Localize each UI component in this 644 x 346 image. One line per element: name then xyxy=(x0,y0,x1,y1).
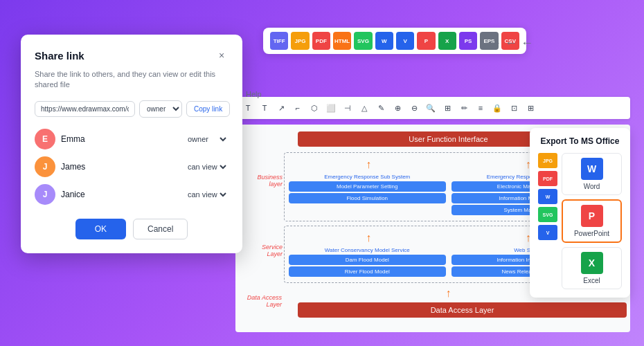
user-info: J James xyxy=(35,156,85,177)
arrow-up-3: ↑ xyxy=(366,232,371,244)
toolbar-icon-11[interactable]: ⊖ xyxy=(407,101,421,115)
user-list: E Emma owner can edit can view J James o… xyxy=(35,129,229,205)
small-visio[interactable]: V xyxy=(538,225,557,240)
format-jpg[interactable]: JPG xyxy=(291,32,309,50)
word-label: Word xyxy=(584,183,600,190)
dialog-actions: OK Cancel xyxy=(35,219,229,239)
user-name: Emma xyxy=(61,134,85,144)
small-word[interactable]: W xyxy=(538,189,557,204)
format-ppt[interactable]: P xyxy=(417,32,435,50)
dialog-title: Share link xyxy=(35,50,84,62)
role-select[interactable]: owner can edit can view xyxy=(185,134,229,144)
export-word[interactable]: W Word xyxy=(562,153,622,195)
subsystem-left: Emergency Response Sub System Model Para… xyxy=(289,174,446,217)
user-info: J Janice xyxy=(35,184,85,205)
toolbar-icon-5[interactable]: ⬡ xyxy=(307,101,321,115)
toolbar-icon-8[interactable]: △ xyxy=(357,101,371,115)
toolbar-icon-7[interactable]: ⊣ xyxy=(341,101,355,115)
link-input[interactable] xyxy=(35,101,135,117)
flood-sim-box: Flood Simulation xyxy=(289,193,446,203)
dam-flood-box: Dam Flood Model xyxy=(289,255,446,265)
share-link-dialog: Share link × Share the link to others, a… xyxy=(21,35,242,253)
toolbar-icon-2[interactable]: T xyxy=(258,101,271,115)
cancel-button[interactable]: Cancel xyxy=(133,219,188,239)
water-service: Water Conservancy Model Service Dam Floo… xyxy=(289,247,446,278)
user-row: J James owner can edit can view xyxy=(35,156,229,177)
toolbar-icon-4[interactable]: ⌐ xyxy=(291,101,305,115)
user-row: E Emma owner can edit can view xyxy=(35,129,229,149)
dialog-header: Share link × xyxy=(35,48,229,62)
role-select[interactable]: owner can edit can view xyxy=(185,162,229,172)
avatar: E xyxy=(35,129,55,149)
arrow-indicator: ← ← ← xyxy=(489,36,533,51)
avatar: J xyxy=(35,156,55,177)
toolbar-icon-3[interactable]: ↗ xyxy=(274,101,288,115)
excel-label: Excel xyxy=(583,277,600,284)
toolbar-icon-9[interactable]: ✎ xyxy=(374,101,388,115)
toolbar-icon-13[interactable]: ⊞ xyxy=(440,101,454,115)
user-name: James xyxy=(61,162,85,172)
format-word[interactable]: W xyxy=(375,32,393,50)
format-html[interactable]: HTML xyxy=(333,32,351,50)
arrow-up-5: ↑ xyxy=(446,287,451,300)
word-icon: W xyxy=(581,158,603,180)
ok-button[interactable]: OK xyxy=(75,219,126,239)
small-jpg[interactable]: JPG xyxy=(538,153,557,168)
toolbar-icon-15[interactable]: ≡ xyxy=(474,101,488,115)
close-button[interactable]: × xyxy=(215,48,229,62)
small-format-icons: JPG PDF W SVG V xyxy=(538,153,557,289)
user-row: J Janice owner can edit can view xyxy=(35,184,229,205)
data-access-layer-label: Data Access Layer xyxy=(244,294,282,308)
format-excel[interactable]: X xyxy=(438,32,456,50)
export-content: JPG PDF W SVG V W Word P PowerPoint X Ex… xyxy=(538,153,622,289)
export-powerpoint[interactable]: P PowerPoint xyxy=(562,199,622,243)
toolbar-icon-17[interactable]: ⊡ xyxy=(507,101,521,115)
ppt-label: PowerPoint xyxy=(574,230,609,237)
arrow-up-1: ↑ xyxy=(366,158,371,171)
toolbar-text-icon[interactable]: T xyxy=(241,101,255,115)
format-pdf[interactable]: PDF xyxy=(312,32,330,50)
format-visio[interactable]: V xyxy=(396,32,414,50)
help-label: Help xyxy=(246,90,262,98)
excel-icon: X xyxy=(581,252,603,274)
export-panel: Export To MS Office JPG PDF W SVG V W Wo… xyxy=(530,128,630,298)
format-svg[interactable]: SVG xyxy=(354,32,372,50)
service-layer-label: Service Layer xyxy=(244,244,283,257)
business-layer-label: Business layer xyxy=(244,174,283,188)
format-ps[interactable]: PS xyxy=(459,32,477,50)
water-service-label: Water Conservancy Model Service xyxy=(289,247,446,253)
file-format-bar: TIFF JPG PDF HTML SVG W V P X PS EPS CSV xyxy=(263,28,526,54)
copy-link-button[interactable]: Copy link xyxy=(186,101,230,117)
toolbar-icon-18[interactable]: ⊞ xyxy=(524,101,537,115)
export-items: W Word P PowerPoint X Excel xyxy=(562,153,622,289)
ppt-icon: P xyxy=(581,205,603,227)
model-param-box: Model Parameter Setting xyxy=(289,181,446,192)
data-access-bar: Data Access Layer xyxy=(298,302,627,318)
export-excel[interactable]: X Excel xyxy=(562,247,622,289)
subsystem-left-label: Emergency Response Sub System xyxy=(289,174,446,180)
link-row: owner Copy link xyxy=(35,100,229,118)
river-flood-box: River Flood Model xyxy=(289,266,446,277)
toolbar-icon-16[interactable]: 🔒 xyxy=(490,101,504,115)
user-name: Janice xyxy=(61,190,85,199)
dialog-description: Share the link to others, and they can v… xyxy=(35,69,229,91)
user-info: E Emma xyxy=(35,129,85,149)
small-svg[interactable]: SVG xyxy=(538,207,557,222)
format-tiff[interactable]: TIFF xyxy=(270,32,288,50)
avatar: J xyxy=(35,184,55,205)
toolbar-icon-10[interactable]: ⊕ xyxy=(391,101,404,115)
owner-select[interactable]: owner xyxy=(139,100,182,118)
canvas-toolbar: T T ↗ ⌐ ⬡ ⬜ ⊣ △ ✎ ⊕ ⊖ 🔍 ⊞ ✏ ≡ 🔒 ⊡ ⊞ xyxy=(235,97,630,119)
export-title: Export To MS Office xyxy=(538,136,622,146)
small-pdf[interactable]: PDF xyxy=(538,171,557,186)
role-select[interactable]: owner can edit can view xyxy=(185,190,229,199)
toolbar-icon-14[interactable]: ✏ xyxy=(457,101,471,115)
toolbar-icon-6[interactable]: ⬜ xyxy=(324,101,338,115)
toolbar-icon-12[interactable]: 🔍 xyxy=(424,101,438,115)
